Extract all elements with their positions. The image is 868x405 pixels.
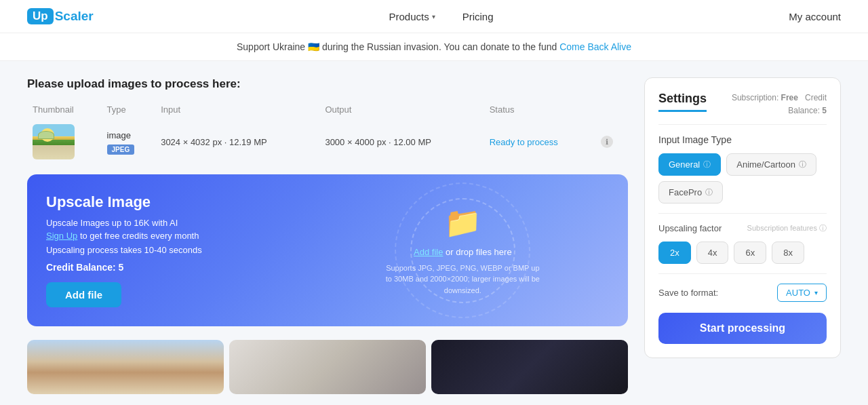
nav-pricing[interactable]: Pricing bbox=[462, 11, 494, 22]
file-output: 3000 × 4000 px · 12.00 MP bbox=[319, 119, 484, 165]
drop-zone[interactable]: 📁 Add file or drop files here Supports J… bbox=[298, 174, 628, 326]
add-file-button[interactable]: Add file bbox=[46, 282, 121, 307]
signup-link[interactable]: Sign Up bbox=[46, 231, 77, 241]
chevron-down-icon: ▾ bbox=[432, 13, 435, 20]
preview-dark bbox=[431, 340, 628, 394]
promo-title: Upscale Image bbox=[46, 193, 300, 211]
file-thumbnail bbox=[33, 124, 75, 159]
col-thumbnail: Thumbnail bbox=[27, 100, 102, 119]
input-image-type-label: Input Image Type bbox=[658, 134, 827, 145]
info-icon[interactable]: ℹ bbox=[601, 136, 613, 148]
preview-room bbox=[229, 340, 426, 394]
drop-text: Add file or drop files here bbox=[414, 247, 512, 257]
ukraine-banner: Support Ukraine 🇺🇦 during the Russian in… bbox=[0, 33, 868, 61]
logo[interactable]: Up Scaler bbox=[27, 8, 94, 24]
type-btn-facepro[interactable]: FacePro ⓘ bbox=[658, 181, 723, 204]
factor-buttons: 2x 4x 6x 8x bbox=[658, 242, 827, 264]
logo-scaler: Scaler bbox=[55, 9, 94, 24]
factor-btn-6x[interactable]: 6x bbox=[734, 242, 766, 264]
banner-text: Support Ukraine 🇺🇦 during the Russian in… bbox=[237, 41, 559, 52]
drop-add-link[interactable]: Add file bbox=[414, 247, 443, 257]
preview-person bbox=[27, 340, 224, 394]
col-type: Type bbox=[102, 100, 156, 119]
logo-up: Up bbox=[27, 8, 54, 24]
save-format-select[interactable]: AUTO ▾ bbox=[777, 284, 827, 302]
col-output: Output bbox=[319, 100, 484, 119]
col-status: Status bbox=[484, 100, 596, 119]
file-table: Thumbnail Type Input Output Status bbox=[27, 100, 628, 165]
chevron-down-icon-format: ▾ bbox=[814, 289, 818, 296]
upload-title: Please upload images to process here: bbox=[27, 77, 628, 91]
preview-row bbox=[27, 340, 628, 394]
promo-desc1: Upscale Images up to 16K with AI bbox=[46, 218, 300, 228]
type-btn-general[interactable]: General ⓘ bbox=[658, 153, 721, 176]
settings-title: Settings bbox=[658, 92, 707, 112]
left-panel: Please upload images to process here: Th… bbox=[27, 77, 628, 394]
upscaling-factor-label: Upscaling factor bbox=[658, 223, 722, 233]
info-icon-anime: ⓘ bbox=[799, 159, 806, 170]
main-nav: Products ▾ Pricing bbox=[389, 11, 493, 22]
header: Up Scaler Products ▾ Pricing My account bbox=[0, 0, 868, 33]
info-icon-facepro: ⓘ bbox=[705, 187, 713, 197]
subscription-value: Free bbox=[781, 93, 798, 102]
info-icon-general: ⓘ bbox=[703, 159, 711, 170]
nav-products[interactable]: Products ▾ bbox=[389, 11, 435, 22]
drop-or-text: or drop files here bbox=[446, 247, 512, 257]
promo-timing: Upscaling process takes 10-40 seconds bbox=[46, 245, 300, 255]
type-buttons: General ⓘ Anime/Cartoon ⓘ FacePro ⓘ bbox=[658, 153, 827, 204]
settings-panel: Settings Subscription: Free Credit Balan… bbox=[644, 77, 841, 358]
type-btn-anime[interactable]: Anime/Cartoon ⓘ bbox=[726, 153, 816, 176]
file-type: image bbox=[107, 130, 151, 140]
table-row: image JPEG 3024 × 4032 px · 12.19 MP 300… bbox=[27, 119, 628, 165]
credit-balance: Credit Balance: 5 bbox=[46, 262, 300, 273]
save-format-label: Save to format: bbox=[658, 288, 718, 298]
file-status: Ready to process bbox=[490, 137, 558, 147]
folder-icon: 📁 bbox=[444, 205, 481, 240]
factor-btn-8x[interactable]: 8x bbox=[772, 242, 804, 264]
start-processing-button[interactable]: Start processing bbox=[658, 313, 827, 344]
jpeg-badge: JPEG bbox=[107, 144, 135, 155]
promo-desc2: Sign Up to get free credits every month bbox=[46, 231, 300, 241]
file-input: 3024 × 4032 px · 12.19 MP bbox=[155, 119, 319, 165]
factor-btn-4x[interactable]: 4x bbox=[696, 242, 729, 264]
factor-btn-2x[interactable]: 2x bbox=[658, 242, 691, 264]
credit-value: 5 bbox=[822, 106, 827, 115]
banner-link[interactable]: Come Back Alive bbox=[559, 41, 631, 52]
my-account-link[interactable]: My account bbox=[789, 11, 841, 22]
subscription-features: Subscription features ⓘ bbox=[747, 223, 827, 233]
col-input: Input bbox=[155, 100, 319, 119]
drop-subtext: Supports JPG, JPEG, PNG, WEBP or BMP up … bbox=[384, 263, 540, 296]
subscription-info: Subscription: Free Credit Balance: 5 bbox=[707, 92, 827, 117]
promo-desc2-text: to get free credits every month bbox=[80, 231, 199, 241]
promo-card: Upscale Image Upscale Images up to 16K w… bbox=[27, 174, 628, 326]
